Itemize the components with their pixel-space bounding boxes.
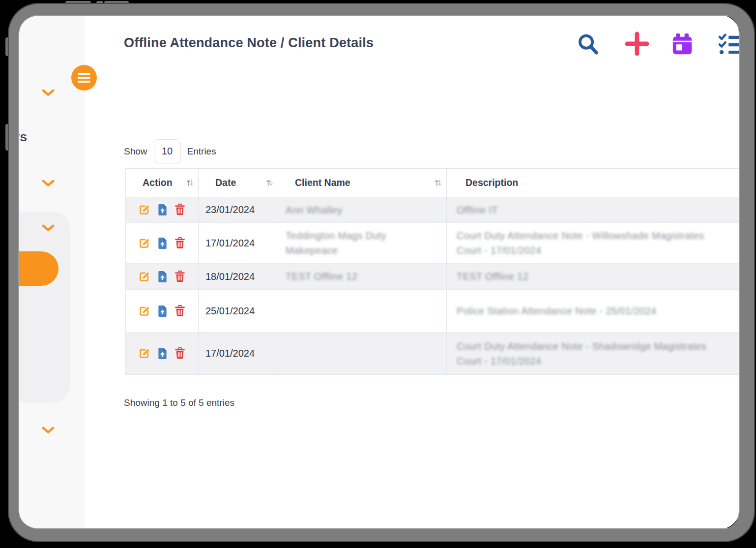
show-label: Show: [124, 146, 147, 157]
table-row: 17/01/2024 Teddington Mags Duty Makepeac…: [126, 223, 740, 264]
sort-icon[interactable]: [186, 179, 194, 187]
calendar-icon[interactable]: [671, 32, 694, 56]
chevron-down-icon[interactable]: [42, 89, 55, 96]
client-name-cell: Teddington Mags Duty Makepeace: [278, 223, 447, 263]
task-list-icon[interactable]: [718, 33, 740, 57]
description-cell: Court Duty Attendance Note - Shadowridge…: [447, 333, 740, 374]
date-cell: 17/01/2024: [199, 223, 278, 263]
date-cell: 23/01/2024: [199, 197, 278, 222]
delete-icon[interactable]: [174, 237, 186, 249]
hamburger-icon: [78, 77, 90, 79]
date-cell: 17/01/2024: [199, 333, 278, 374]
column-header-date[interactable]: Date: [199, 169, 278, 197]
menu-toggle-button[interactable]: [71, 65, 97, 91]
device-mockup: TS Offline Attendance Note / Client Deta…: [0, 0, 756, 548]
search-icon[interactable]: [577, 32, 599, 57]
edit-icon[interactable]: [139, 347, 150, 360]
chevron-down-icon[interactable]: [42, 426, 55, 434]
export-file-icon[interactable]: [156, 305, 168, 317]
client-name-cell: [278, 290, 447, 332]
table-header-row: Action Date Client Name Description: [126, 169, 740, 197]
export-file-icon[interactable]: [156, 347, 168, 360]
row-actions: [126, 290, 199, 332]
date-cell: 18/01/2024: [199, 264, 278, 289]
description-cell: Police Station Attendance Note - 25/01/2…: [447, 290, 740, 332]
delete-icon[interactable]: [174, 347, 186, 360]
row-actions: [126, 197, 199, 222]
date-cell: 25/01/2024: [199, 290, 278, 332]
table-summary: Showing 1 to 5 of 5 entries: [124, 397, 234, 408]
main-content: Offline Attendance Note / Client Details: [85, 15, 740, 529]
chevron-down-icon[interactable]: [42, 224, 55, 232]
edit-icon[interactable]: [139, 271, 150, 283]
client-name-cell: [278, 333, 447, 374]
sort-icon[interactable]: [266, 179, 273, 187]
row-actions: [126, 264, 199, 289]
delete-icon[interactable]: [174, 305, 186, 317]
hamburger-icon: [78, 73, 90, 75]
table-row: 18/01/2024 TEST Offline 12 TEST Offline …: [126, 264, 740, 290]
page-title: Offline Attendance Note / Client Details: [124, 35, 374, 51]
device-top-button: [96, 1, 103, 5]
delete-icon[interactable]: [174, 271, 186, 283]
plus-icon[interactable]: [625, 31, 649, 56]
hamburger-icon: [78, 81, 90, 83]
column-header-description: Description: [447, 169, 740, 197]
device-side-button: [5, 37, 10, 56]
delete-icon[interactable]: [174, 204, 186, 216]
sidebar: TS: [18, 15, 85, 529]
sidebar-active-item[interactable]: [18, 251, 58, 286]
row-actions: [126, 223, 199, 263]
sidebar-item-label[interactable]: TS: [18, 132, 28, 144]
edit-icon[interactable]: [139, 305, 150, 317]
table-row: 25/01/2024 Police Station Attendance Not…: [126, 290, 740, 333]
table-row: 17/01/2024 Court Duty Attendance Note - …: [126, 333, 740, 374]
device-top-button: [104, 1, 129, 5]
export-file-icon[interactable]: [156, 271, 168, 283]
client-name-cell: Ann Whalley: [278, 197, 447, 222]
page-size-control: Show Entries: [124, 139, 216, 163]
column-header-client-name[interactable]: Client Name: [278, 169, 447, 197]
device-top-button: [65, 1, 91, 5]
client-name-cell: TEST Offline 12: [278, 264, 447, 289]
chevron-down-icon[interactable]: [42, 180, 55, 187]
export-file-icon[interactable]: [156, 204, 168, 216]
table-row: 23/01/2024 Ann Whalley Offline IT: [126, 197, 740, 223]
description-cell: Court Duty Attendance Note - Willowshade…: [447, 223, 740, 263]
export-file-icon[interactable]: [156, 237, 168, 249]
description-cell: TEST Offline 12: [447, 264, 740, 289]
sort-icon[interactable]: [435, 179, 442, 187]
column-header-action[interactable]: Action: [126, 169, 199, 197]
description-cell: Offline IT: [447, 197, 740, 222]
sidebar-submenu-card: [18, 212, 70, 402]
edit-icon[interactable]: [139, 204, 150, 216]
edit-icon[interactable]: [139, 237, 150, 249]
device-side-button: [5, 124, 10, 151]
row-actions: [126, 333, 199, 374]
entries-label: Entries: [187, 146, 216, 157]
app-screen: TS Offline Attendance Note / Client Deta…: [18, 15, 740, 529]
page-size-input[interactable]: [154, 139, 181, 163]
attendance-notes-table: Action Date Client Name Description: [125, 168, 740, 375]
